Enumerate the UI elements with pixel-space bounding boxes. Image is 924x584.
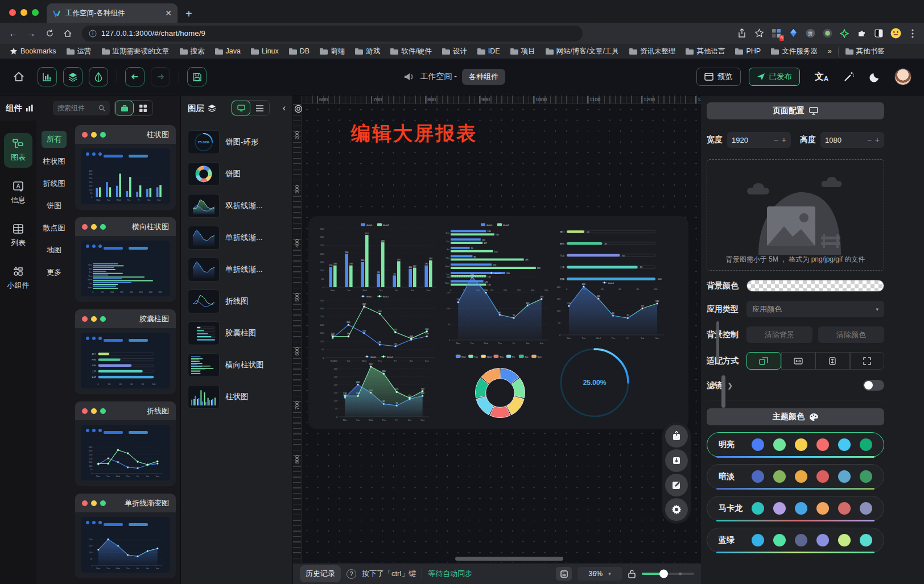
canvas-chart-饼图[interactable]: MonTueWedThuFriSatSun xyxy=(439,353,561,424)
extension-kite-icon[interactable] xyxy=(787,28,799,39)
category-饼图[interactable]: 饼图 xyxy=(42,197,67,214)
save-button[interactable] xyxy=(187,67,207,86)
collapse-panel-icon[interactable]: ‹ xyxy=(280,103,288,113)
bookmark-folder[interactable]: 其他语言 xyxy=(682,45,729,57)
window-close-button[interactable] xyxy=(9,9,16,16)
bookmark-folder[interactable]: PHP xyxy=(731,46,765,56)
bookmark-folder[interactable]: Java xyxy=(211,46,245,56)
layer-item-横向柱状图[interactable]: 横向柱状图 xyxy=(185,349,288,381)
bookmark-star-icon[interactable] xyxy=(753,28,765,39)
bookmark-folder[interactable]: 设计 xyxy=(438,45,471,57)
edit-button[interactable] xyxy=(665,474,688,496)
category-更多[interactable]: 更多 xyxy=(42,264,67,281)
help-icon[interactable]: ? xyxy=(346,569,356,579)
app-type-select[interactable]: 应用颜色▾ xyxy=(746,301,884,317)
canvas-chart-柱状图[interactable]: data1data2050100150200250300350120130Mon… xyxy=(316,222,438,292)
fit-full-button[interactable] xyxy=(850,352,885,370)
canvas-chart-双折线渐变图[interactable]: data1data2050100150200250300350MonTueWed… xyxy=(330,354,432,422)
guide-doc-icon[interactable] xyxy=(556,567,572,581)
bookmark-folder[interactable]: 网站/博客/文章/工具 xyxy=(542,45,623,57)
layer-item-饼图[interactable]: 饼图 xyxy=(185,158,288,190)
filter-toggle[interactable] xyxy=(863,380,884,391)
share-icon[interactable] xyxy=(736,28,748,39)
category-地图[interactable]: 地图 xyxy=(42,242,67,259)
horizontal-scrollbar[interactable] xyxy=(455,557,563,561)
profile-avatar-icon[interactable] xyxy=(890,28,901,39)
height-input[interactable]: 1080−+ xyxy=(820,132,884,148)
fit-width-button[interactable] xyxy=(781,352,816,370)
history-button[interactable]: 历史记录 xyxy=(300,565,341,582)
download-button[interactable] xyxy=(665,449,688,472)
layer-item-单折线渐[interactable]: 单折线渐... xyxy=(185,254,288,285)
browser-menu-icon[interactable] xyxy=(907,28,918,39)
component-card-横向柱状图[interactable]: 横向柱状图MonTueWedThuFriSatSun05010015020025… xyxy=(75,217,176,302)
bookmark-folder[interactable]: DB xyxy=(285,46,314,56)
nav-item-info[interactable]: A 信息 xyxy=(4,176,32,210)
canvas-chart-折线图[interactable]: data1data2050100150200250300350MonTueWed… xyxy=(316,293,438,363)
extension-star-icon[interactable] xyxy=(839,28,850,39)
browser-forward-button[interactable]: → xyxy=(24,26,39,41)
nav-item-list[interactable]: 列表 xyxy=(4,218,32,253)
bookmark-folder[interactable]: 文件服务器 xyxy=(767,45,822,57)
component-card-柱状图[interactable]: 柱状图050100150200250300350MonTueWedThuFriS… xyxy=(75,125,176,210)
user-avatar[interactable] xyxy=(894,68,911,85)
workspace-name[interactable]: 各种组件 xyxy=(462,69,505,85)
canvas-chart-单折线渐变图[interactable]: data1050100150200MonTueWedThuFriSatSun12… xyxy=(443,270,552,345)
category-所有[interactable]: 所有 xyxy=(42,131,67,148)
filter-mode-button[interactable] xyxy=(89,67,108,86)
bookmark-folder[interactable]: IDE xyxy=(473,46,504,56)
canvas-chart-单折线渐变面积图[interactable]: data1050100150200MonTueWedThuFriSatSun12… xyxy=(553,280,668,340)
theme-row-暗淡[interactable]: 暗淡 xyxy=(707,464,884,489)
chevron-right-icon[interactable]: ❯ xyxy=(727,382,733,390)
panel-scrollbar[interactable] xyxy=(716,321,719,363)
ruler-eye-icon[interactable] xyxy=(294,105,303,113)
zoom-select[interactable]: 36%▾ xyxy=(578,567,622,581)
nav-item-widgets[interactable]: 小组件 xyxy=(4,261,32,296)
canvas-chart-饼图-环形[interactable]: 25.00% xyxy=(556,345,633,421)
theme-row-明亮[interactable]: 明亮 xyxy=(707,432,884,457)
bookmark-folder[interactable]: 运营 xyxy=(63,45,96,57)
redo-button[interactable] xyxy=(151,67,170,86)
extension-contrast-icon[interactable] xyxy=(873,28,884,39)
decrement-icon[interactable]: − xyxy=(867,135,872,144)
component-search[interactable] xyxy=(53,101,110,115)
language-icon[interactable]: 文A xyxy=(815,71,828,83)
layer-item-柱状图[interactable]: 柱状图 xyxy=(185,381,288,413)
dark-mode-moon-icon[interactable] xyxy=(869,71,881,82)
fit-scale-button[interactable] xyxy=(746,352,781,370)
bookmark-folder[interactable]: 搜索 xyxy=(176,45,209,57)
dashboard-title-text[interactable]: 编辑大屏报表 xyxy=(351,121,477,147)
grid-view-toggle[interactable] xyxy=(134,101,152,115)
increment-icon[interactable]: + xyxy=(875,135,880,144)
chart-mode-button[interactable] xyxy=(38,67,57,86)
category-折线图[interactable]: 折线图 xyxy=(38,175,71,192)
search-input[interactable] xyxy=(57,104,96,112)
magic-wand-icon[interactable] xyxy=(843,71,855,82)
layers-mode-button[interactable] xyxy=(63,67,82,86)
window-minimize-button[interactable] xyxy=(20,9,27,16)
extension-circle2-icon[interactable] xyxy=(822,28,833,39)
bookmark-folder[interactable]: 前端 xyxy=(316,45,349,57)
bookmark-folder[interactable]: Linux xyxy=(247,46,283,56)
zoom-slider[interactable] xyxy=(642,573,694,575)
clear-color-button[interactable]: 清除颜色 xyxy=(818,326,884,343)
fit-height-button[interactable] xyxy=(815,352,850,370)
browser-home-button[interactable] xyxy=(60,26,75,41)
new-tab-button[interactable]: + xyxy=(185,8,192,19)
panel-scrollbar[interactable] xyxy=(721,375,725,408)
theme-row-马卡龙[interactable]: 马卡龙 xyxy=(707,496,884,521)
layer-item-胶囊柱图[interactable]: 胶囊柱图 xyxy=(185,317,288,349)
chart-board[interactable]: data1data2050100150200250300350120130Mon… xyxy=(308,216,688,429)
browser-reload-button[interactable] xyxy=(42,26,57,41)
canvas-area[interactable]: 6007008009001000110012001300 20030040050… xyxy=(293,96,701,584)
undo-button[interactable] xyxy=(125,67,145,86)
theme-row-蓝绿[interactable]: 蓝绿 xyxy=(707,528,884,553)
clear-background-button[interactable]: 清除背景 xyxy=(746,326,812,343)
settings-gear-icon[interactable] xyxy=(665,498,688,521)
category-散点图[interactable]: 散点图 xyxy=(38,219,71,237)
bookmarks-manager[interactable]: Bookmarks xyxy=(6,46,60,56)
layer-item-折线图[interactable]: 折线图 xyxy=(185,285,288,317)
bookmarks-overflow-icon[interactable]: » xyxy=(824,46,836,56)
decrement-icon[interactable]: − xyxy=(774,135,778,144)
layer-list-toggle[interactable] xyxy=(250,101,269,115)
